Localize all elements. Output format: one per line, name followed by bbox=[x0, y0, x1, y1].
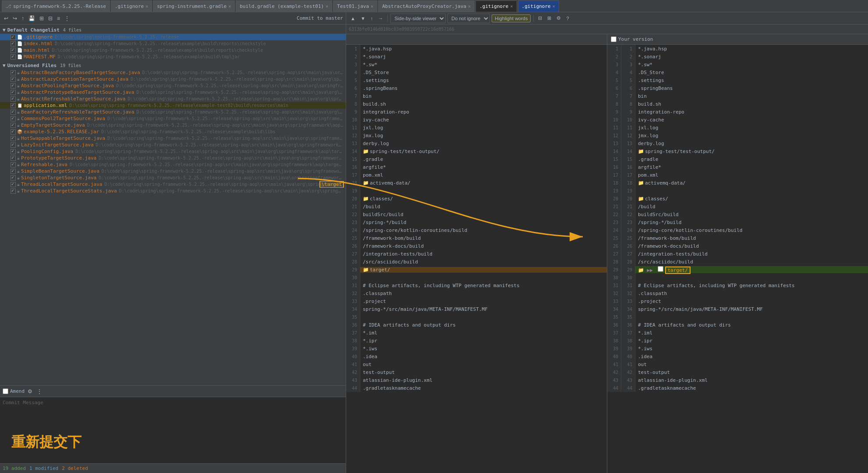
undo-button[interactable]: ↩ bbox=[3, 14, 10, 22]
list-item[interactable]: 📄 .gitignore D:\code\spring\spring-frame… bbox=[0, 34, 346, 40]
list-item[interactable]: ☕ Refreshable.java D:\code\spring\spring… bbox=[0, 161, 346, 168]
filename: AbstractBeanFactoryBasedTargetSource.jav… bbox=[21, 70, 140, 75]
diff-button[interactable]: ⊟ bbox=[47, 14, 54, 22]
list-item[interactable]: ☕ SingletonTargetSource.java D:\code\spr… bbox=[0, 174, 346, 181]
checkbox[interactable] bbox=[11, 142, 16, 148]
tab-gitignore-3[interactable]: .gitignore × bbox=[518, 0, 559, 12]
checkbox[interactable] bbox=[11, 149, 16, 154]
move-button[interactable]: ↑ bbox=[20, 14, 25, 22]
list-item[interactable]: ☕ AbstractPrototypeBasedTargetSource.jav… bbox=[0, 89, 346, 96]
checkbox[interactable] bbox=[11, 123, 16, 128]
checkbox[interactable] bbox=[11, 70, 16, 75]
help-button[interactable]: ? bbox=[564, 15, 570, 22]
more-button[interactable]: ⋮ bbox=[63, 14, 71, 22]
list-item[interactable]: ☕ ThreadLocalTargetSourceStats.java D:\c… bbox=[0, 188, 346, 194]
close-icon[interactable]: × bbox=[468, 4, 471, 9]
close-icon[interactable]: × bbox=[228, 4, 231, 9]
viewer-mode-select[interactable]: Side-by-side viewer bbox=[390, 14, 446, 23]
close-icon[interactable]: × bbox=[326, 4, 328, 9]
tab-spring-instrument[interactable]: spring-instrument.gradle × bbox=[153, 0, 235, 12]
checkbox[interactable] bbox=[11, 156, 16, 161]
list-item[interactable]: ☕ PrototypeTargetSource.java D:\code\spr… bbox=[0, 155, 346, 161]
close-icon[interactable]: × bbox=[553, 4, 555, 9]
more-options-button[interactable]: ⋮ bbox=[35, 388, 43, 395]
list-button[interactable]: ≡ bbox=[56, 14, 61, 22]
list-item[interactable]: 📄 main.html D:\code\spring\spring-framew… bbox=[0, 47, 346, 53]
checkbox[interactable] bbox=[11, 103, 16, 108]
list-item[interactable]: ☕ AbstractPoolingTargetSource.java D:\co… bbox=[0, 82, 346, 89]
diff-line-right: 22*.sonarj bbox=[607, 53, 868, 60]
list-item[interactable]: ☕ LazyInitTargetSource.java D:\code\spri… bbox=[0, 142, 346, 148]
tab-abstract-proxy[interactable]: AbstractAutoProxyCreator.java × bbox=[378, 0, 475, 12]
checkbox[interactable] bbox=[11, 96, 16, 102]
default-changelist-header[interactable]: ▼ Default Changelist 4 files bbox=[0, 26, 346, 34]
tab-build-gradle[interactable]: build.gradle (example-test01) × bbox=[236, 0, 332, 12]
checkbox[interactable] bbox=[11, 90, 16, 95]
highlight-words-button[interactable]: Highlight words bbox=[492, 14, 531, 22]
checkbox[interactable] bbox=[11, 83, 16, 89]
list-item[interactable]: 📦 example-5.2.25.RELEASE.jar D:\code\spr… bbox=[0, 128, 346, 135]
save-button[interactable]: 💾 bbox=[27, 14, 36, 22]
diff-line-right: 55.settings bbox=[607, 76, 868, 84]
settings-diff-button[interactable]: ⚙ bbox=[555, 14, 563, 22]
tab-gitignore-1[interactable]: .gitignore × bbox=[111, 0, 152, 12]
unversioned-files-header[interactable]: ▼ Unversioned Files 19 files bbox=[0, 62, 346, 69]
list-item[interactable]: ☕ CommonsPool2TargetSource.java D:\code\… bbox=[0, 115, 346, 122]
columns-button[interactable]: ⊟ bbox=[536, 14, 544, 22]
redo-button[interactable]: ↪ bbox=[11, 14, 18, 22]
list-item[interactable]: ☕ BeanFactoryRefreshableTargetSource.jav… bbox=[0, 109, 346, 115]
list-item[interactable]: ☕ EmptyTargetSource.java D:\code\spring\… bbox=[0, 122, 346, 128]
checkbox[interactable] bbox=[11, 129, 16, 135]
diff-line-right: 3131# Eclipse artifacts, including WTP g… bbox=[607, 281, 868, 289]
next-diff-button[interactable]: ▼ bbox=[359, 15, 367, 22]
checkbox[interactable] bbox=[11, 35, 16, 40]
diff-line-left: 26/framework-docs/build bbox=[346, 242, 607, 250]
checkbox[interactable] bbox=[11, 182, 16, 187]
tab-spring-framework[interactable]: ⎇ spring-framework-5.2.25.-Release bbox=[2, 0, 110, 12]
diff-line-left: 32.classpath bbox=[346, 289, 607, 297]
list-item[interactable]: 📄 index.html D:\code\spring\spring-frame… bbox=[0, 40, 346, 47]
amend-checkbox[interactable] bbox=[3, 388, 8, 394]
checkbox[interactable] bbox=[11, 169, 16, 174]
checkbox[interactable] bbox=[11, 188, 16, 194]
checkbox[interactable] bbox=[11, 54, 16, 60]
up-button[interactable]: ↑ bbox=[369, 15, 375, 22]
checkbox[interactable] bbox=[11, 175, 16, 181]
filename: AbstractLazyCreationTargetSource.java bbox=[21, 76, 128, 82]
checkbox[interactable] bbox=[11, 162, 16, 167]
close-icon[interactable]: × bbox=[371, 4, 373, 9]
down-button[interactable]: → bbox=[376, 15, 385, 22]
diff-toolbar: ▲ ▼ ↑ → Side-by-side viewer Do not ignor… bbox=[346, 12, 868, 25]
diff-line-left: 19 bbox=[346, 187, 607, 195]
list-item[interactable]: 📋 application.xml D:\code\spring\spring-… bbox=[0, 102, 346, 109]
checkbox[interactable] bbox=[11, 136, 16, 141]
expand-button[interactable]: ⊞ bbox=[38, 14, 45, 22]
checkbox[interactable] bbox=[11, 110, 16, 115]
checkbox[interactable] bbox=[11, 41, 16, 46]
list-item[interactable]: ☕ HotSwappableTargetSource.java D:\code\… bbox=[0, 135, 346, 142]
close-icon[interactable]: × bbox=[145, 4, 148, 9]
checkbox[interactable] bbox=[11, 116, 16, 121]
commit-message-area[interactable]: Commit Message 重新提交下 bbox=[0, 397, 346, 463]
checkbox[interactable] bbox=[11, 48, 16, 53]
close-icon[interactable]: × bbox=[510, 4, 513, 9]
diff-line-left: 16argfile* bbox=[346, 163, 607, 171]
checkbox[interactable] bbox=[11, 77, 16, 82]
tab-gitignore-2[interactable]: .gitignore × bbox=[475, 0, 517, 12]
list-item[interactable]: ☕ AbstractBeanFactoryBasedTargetSource.j… bbox=[0, 69, 346, 76]
expand-diff-button[interactable]: ⊞ bbox=[546, 14, 553, 22]
settings-button[interactable]: ⚙ bbox=[26, 388, 34, 395]
list-item[interactable]: ☕ AbstractLazyCreationTargetSource.java … bbox=[0, 76, 346, 82]
tab-test01[interactable]: Test01.java × bbox=[333, 0, 377, 12]
diff-line-left: 41out bbox=[346, 360, 607, 368]
list-item[interactable]: ☕ AbstractRefreshableTargetSource.java D… bbox=[0, 96, 346, 102]
ignore-mode-select[interactable]: Do not ignore bbox=[447, 14, 490, 23]
list-item[interactable]: 📄 MANIFEST.MF D:\code\spring\spring-fram… bbox=[0, 53, 346, 60]
list-item[interactable]: ☕ SimpleBeanTargetSource.java D:\code\sp… bbox=[0, 168, 346, 174]
list-item[interactable]: ☕ ThreadLocalTargetSource.java D:\code\s… bbox=[0, 181, 346, 188]
prev-diff-button[interactable]: ▲ bbox=[349, 15, 357, 22]
line-checkbox[interactable] bbox=[658, 266, 663, 272]
list-item[interactable]: ☕ PoolingConfig.java D:\code\spring\spri… bbox=[0, 148, 346, 155]
right-checkbox[interactable] bbox=[611, 36, 616, 42]
java-icon: ☕ bbox=[17, 110, 20, 114]
